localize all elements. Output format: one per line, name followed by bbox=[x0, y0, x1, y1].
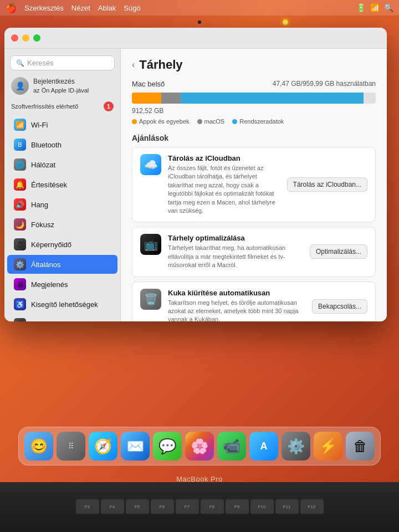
rec-icon-trash: 🗑️ bbox=[140, 289, 161, 310]
key-f8[interactable]: F8 bbox=[201, 499, 224, 515]
dock: 😊 ⠿ 🧭 ✉️ 💬 🌸 📹 A ⚙️ ⚡ 🗑 bbox=[18, 427, 381, 466]
key-f9[interactable]: F9 bbox=[226, 499, 249, 515]
dock-launchpad[interactable]: ⠿ bbox=[57, 432, 85, 461]
software-update-row[interactable]: Szoftverfrissítés elérhető 1 bbox=[4, 99, 120, 115]
menu-bar: 🍎 Szerkesztés Nézet Ablak Súgó 🔋 📶 🔍 bbox=[0, 0, 399, 16]
user-name: Bejelentkezés bbox=[33, 78, 89, 86]
battery-icon: 🔋 bbox=[356, 3, 366, 12]
legend-macos: macOS bbox=[197, 118, 225, 125]
key-f11[interactable]: F11 bbox=[275, 499, 299, 515]
menu-ablak[interactable]: Ablak bbox=[98, 4, 116, 12]
sidebar-label-general: Általános bbox=[31, 260, 60, 269]
dock-trash[interactable]: 🗑 bbox=[346, 432, 375, 461]
storage-seg-macos bbox=[161, 93, 181, 104]
maximize-button[interactable] bbox=[33, 34, 40, 42]
sidebar-label-controlcenter: Vezérlőközpont bbox=[31, 320, 80, 322]
recommendations-title: Ajánlások bbox=[132, 134, 376, 142]
rec-card-icloud: ☁️ Tárolás az iCloudban Az összes fájlt,… bbox=[132, 147, 376, 222]
user-section[interactable]: 👤 Bejelentkezés az Ön Apple ID-jával bbox=[4, 75, 120, 99]
key-f4[interactable]: F4 bbox=[101, 499, 124, 515]
dock-finder[interactable]: 😊 bbox=[24, 432, 53, 461]
key-f6[interactable]: F6 bbox=[151, 499, 174, 515]
top-decoration bbox=[0, 17, 399, 28]
sidebar-item-focus[interactable]: 🌙 Fókusz bbox=[7, 215, 117, 234]
sidebar-item-screentime[interactable]: ⏱ Képernyőidő bbox=[7, 235, 117, 254]
sidebar-item-controlcenter[interactable]: 🎛 Vezérlőközpont bbox=[7, 315, 117, 321]
sidebar-item-accessibility[interactable]: ♿ Kisegítő lehetőségek bbox=[7, 295, 117, 314]
sidebar-item-network[interactable]: 🌐 Hálózat bbox=[7, 155, 117, 174]
wifi-icon: 📶 bbox=[14, 119, 26, 131]
sidebar-label-screentime: Képernyőidő bbox=[31, 241, 71, 249]
rec-title-icloud: Tárolás az iCloudban bbox=[168, 154, 280, 162]
storage-seg-system bbox=[181, 93, 364, 104]
close-button[interactable] bbox=[11, 34, 18, 42]
key-f3[interactable]: F3 bbox=[76, 499, 99, 515]
update-badge: 1 bbox=[104, 101, 114, 111]
sidebar-item-wifi[interactable]: 📶 Wi-Fi bbox=[7, 115, 117, 134]
key-f10[interactable]: F10 bbox=[250, 499, 274, 515]
main-content: ‹ Tárhely Mac belső 47,47 GB/959,99 GB h… bbox=[121, 49, 387, 321]
apple-menu-icon[interactable]: 🍎 bbox=[6, 3, 17, 13]
storage-seg-apps bbox=[132, 93, 161, 104]
rec-desc-trash: Takarítson meg helyet, és törölje automa… bbox=[168, 299, 305, 321]
search-menu-icon[interactable]: 🔍 bbox=[384, 3, 393, 12]
sidebar-item-notif[interactable]: 🔔 Értesítések bbox=[7, 175, 117, 194]
screentime-icon: ⏱ bbox=[14, 238, 26, 250]
menu-nezet[interactable]: Nézet bbox=[71, 4, 90, 12]
legend-dot-apps bbox=[132, 119, 137, 124]
system-preferences-window: 🔍 Keresés 👤 Bejelentkezés az Ön Apple ID… bbox=[4, 28, 387, 321]
dock-safari[interactable]: 🧭 bbox=[89, 432, 117, 461]
update-label: Szoftverfrissítés elérhető bbox=[11, 103, 78, 110]
search-icon: 🔍 bbox=[16, 59, 24, 67]
sidebar-item-sound[interactable]: 🔊 Hang bbox=[7, 195, 117, 214]
rec-icon-icloud: ☁️ bbox=[140, 154, 161, 175]
key-f12[interactable]: F12 bbox=[300, 499, 324, 515]
sidebar-item-display[interactable]: 🖥 Megjelenés bbox=[7, 275, 117, 294]
window-body: 🔍 Keresés 👤 Bejelentkezés az Ön Apple ID… bbox=[4, 49, 387, 321]
menu-sugo[interactable]: Súgó bbox=[124, 4, 140, 12]
accessibility-icon: ♿ bbox=[14, 298, 26, 310]
dock-reeder[interactable]: ⚡ bbox=[314, 432, 342, 461]
keyboard-row: F3 F4 F5 F6 F7 F8 F9 F10 F11 F12 bbox=[76, 499, 324, 515]
legend-label-macos: macOS bbox=[204, 118, 225, 125]
storage-legend: Appok és egyebek macOS Rendszeradatok bbox=[132, 118, 376, 125]
key-f7[interactable]: F7 bbox=[176, 499, 199, 515]
sidebar-item-general[interactable]: ⚙️ Általános bbox=[7, 255, 117, 274]
rec-desc-icloud: Az összes fájlt, fotót és üzenetet az iC… bbox=[168, 164, 280, 215]
menu-bar-left: 🍎 Szerkesztés Nézet Ablak Súgó bbox=[6, 3, 141, 13]
main-header: ‹ Tárhely bbox=[132, 58, 376, 72]
dock-mail[interactable]: ✉️ bbox=[121, 432, 150, 461]
rec-button-tv[interactable]: Optimalizálás... bbox=[310, 244, 367, 259]
rec-button-trash[interactable]: Bekapcsolás... bbox=[312, 299, 367, 314]
search-placeholder: Keresés bbox=[27, 59, 54, 67]
dock-messages[interactable]: 💬 bbox=[153, 432, 182, 461]
legend-label-system: Rendszeradatok bbox=[239, 118, 284, 125]
window-titlebar bbox=[4, 28, 387, 49]
legend-label-apps: Appok és egyebek bbox=[139, 118, 190, 125]
legend-dot-system bbox=[232, 119, 237, 124]
rec-desc-tv: Tárhelyet takaríthat meg, ha automatikus… bbox=[168, 244, 303, 269]
controlcenter-icon: 🎛 bbox=[14, 318, 26, 321]
sidebar-label-focus: Fókusz bbox=[31, 221, 54, 229]
sidebar-item-bluetooth[interactable]: B Bluetooth bbox=[7, 135, 117, 154]
legend-system: Rendszeradatok bbox=[232, 118, 284, 125]
key-f5[interactable]: F5 bbox=[126, 499, 149, 515]
menu-szerkesztes[interactable]: Szerkesztés bbox=[24, 4, 64, 12]
rec-title-trash: Kuka kiürítése automatikusan bbox=[168, 289, 305, 297]
dock-facetime[interactable]: 📹 bbox=[217, 432, 246, 461]
minimize-button[interactable] bbox=[22, 34, 29, 42]
rec-button-icloud[interactable]: Tárolás az iCloudban... bbox=[287, 177, 367, 192]
back-button[interactable]: ‹ bbox=[132, 60, 135, 70]
dock-systemprefs[interactable]: ⚙️ bbox=[282, 432, 310, 461]
storage-bar-label: 912,52 GB bbox=[132, 107, 376, 115]
dock-appstore[interactable]: A bbox=[249, 432, 278, 461]
search-box[interactable]: 🔍 Keresés bbox=[10, 55, 115, 70]
sidebar-label-wifi: Wi-Fi bbox=[31, 121, 48, 129]
sidebar-label-bluetooth: Bluetooth bbox=[31, 141, 62, 149]
rec-content-tv: Tárhely optimalizálása Tárhelyet takarít… bbox=[168, 234, 303, 269]
rec-card-trash: 🗑️ Kuka kiürítése automatikusan Takaríts… bbox=[132, 282, 376, 321]
traffic-lights bbox=[11, 34, 40, 42]
dock-photos[interactable]: 🌸 bbox=[185, 432, 214, 461]
sidebar: 🔍 Keresés 👤 Bejelentkezés az Ön Apple ID… bbox=[4, 49, 121, 321]
user-info: Bejelentkezés az Ön Apple ID-jával bbox=[33, 78, 89, 94]
